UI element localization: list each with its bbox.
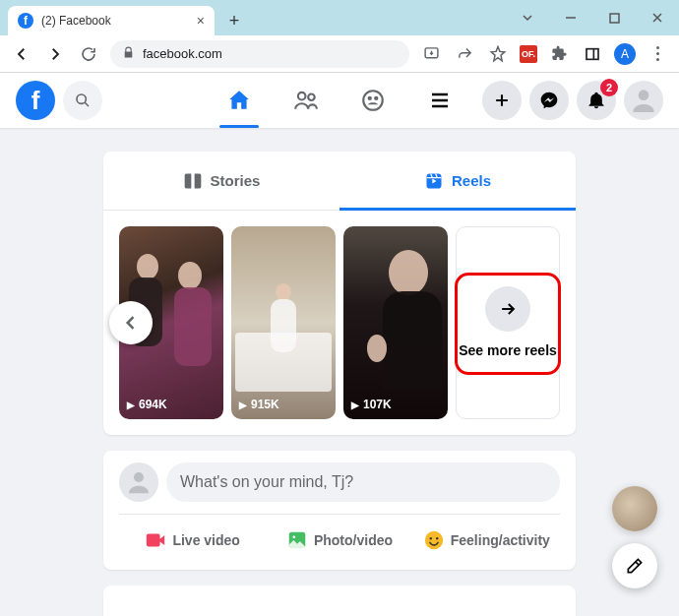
close-tab-icon[interactable]: × bbox=[197, 14, 205, 28]
svg-rect-2 bbox=[586, 48, 598, 59]
reel-item-3[interactable]: 107K bbox=[343, 226, 448, 419]
minimize-button[interactable] bbox=[549, 0, 592, 35]
messenger-button[interactable] bbox=[529, 81, 569, 120]
notification-badge: 2 bbox=[600, 79, 618, 96]
reel-item-2[interactable]: 915K bbox=[231, 226, 336, 419]
svg-point-7 bbox=[368, 96, 372, 100]
nav-friends[interactable] bbox=[277, 73, 336, 128]
next-card bbox=[103, 585, 576, 616]
svg-point-4 bbox=[298, 92, 306, 100]
svg-point-11 bbox=[134, 472, 144, 482]
composer-actions: Live video Photo/video Feeling/activity bbox=[119, 514, 560, 558]
new-message-button[interactable] bbox=[612, 543, 657, 588]
nav-home[interactable] bbox=[210, 73, 269, 128]
svg-point-14 bbox=[425, 531, 443, 549]
new-tab-button[interactable]: + bbox=[220, 7, 248, 34]
svg-point-6 bbox=[363, 91, 383, 110]
highlight-annotation bbox=[455, 273, 561, 375]
nav-groups[interactable] bbox=[343, 73, 402, 128]
reels-row: 694K 915K 107K See more reels bbox=[103, 211, 576, 435]
window-titlebar: f (2) Facebook × + bbox=[0, 0, 679, 35]
lock-icon bbox=[122, 46, 135, 62]
profile-avatar[interactable] bbox=[624, 81, 663, 120]
facebook-header-right: 2 bbox=[482, 81, 663, 120]
reel-views: 915K bbox=[239, 398, 279, 411]
stories-reels-tabs: Stories Reels bbox=[103, 152, 576, 211]
svg-rect-0 bbox=[610, 14, 619, 23]
tab-stories-label: Stories bbox=[211, 172, 261, 189]
share-icon[interactable] bbox=[453, 42, 476, 66]
search-button[interactable] bbox=[63, 81, 102, 120]
tab-stories[interactable]: Stories bbox=[103, 152, 340, 210]
maximize-button[interactable] bbox=[592, 0, 636, 35]
stories-reels-card: Stories Reels 694K 915K 107K bbox=[103, 152, 576, 435]
svg-point-15 bbox=[429, 537, 431, 539]
reels-icon bbox=[424, 171, 444, 191]
svg-point-9 bbox=[639, 90, 649, 100]
tab-reels-label: Reels bbox=[452, 172, 491, 189]
browser-toolbar: facebook.com OF. A bbox=[0, 35, 679, 73]
svg-point-3 bbox=[77, 94, 86, 103]
facebook-nav bbox=[210, 73, 469, 128]
facebook-logo[interactable]: f bbox=[16, 81, 55, 120]
forward-button[interactable] bbox=[43, 42, 67, 66]
notifications-button[interactable]: 2 bbox=[577, 81, 616, 120]
feed-content: Stories Reels 694K 915K 107K bbox=[0, 128, 679, 616]
composer-card: What's on your mind, Tj? Live video Phot… bbox=[103, 451, 576, 570]
nav-menu[interactable] bbox=[410, 73, 469, 128]
composer-avatar[interactable] bbox=[119, 462, 158, 502]
caret-down-icon[interactable] bbox=[506, 0, 549, 35]
browser-tab[interactable]: f (2) Facebook × bbox=[8, 6, 215, 35]
reload-button[interactable] bbox=[77, 42, 100, 66]
feeling-activity-button[interactable]: Feeling/activity bbox=[413, 523, 560, 558]
composer-input[interactable]: What's on your mind, Tj? bbox=[166, 462, 560, 502]
tab-reels[interactable]: Reels bbox=[340, 152, 576, 210]
create-button[interactable] bbox=[482, 81, 522, 120]
side-panel-icon[interactable] bbox=[581, 42, 604, 66]
see-more-reels[interactable]: See more reels bbox=[456, 226, 560, 419]
extensions-icon[interactable] bbox=[547, 42, 571, 66]
svg-point-5 bbox=[308, 94, 315, 101]
stories-icon bbox=[183, 171, 203, 191]
photo-video-button[interactable]: Photo/video bbox=[266, 523, 412, 558]
tab-title: (2) Facebook bbox=[41, 14, 111, 28]
chat-head[interactable] bbox=[612, 486, 657, 531]
bookmark-star-icon[interactable] bbox=[486, 42, 510, 66]
address-bar[interactable]: facebook.com bbox=[110, 40, 409, 68]
svg-point-16 bbox=[436, 537, 438, 539]
reel-views: 694K bbox=[127, 398, 167, 411]
svg-point-8 bbox=[374, 96, 378, 100]
extension-of[interactable]: OF. bbox=[520, 45, 537, 63]
reels-prev-button[interactable] bbox=[109, 301, 153, 344]
composer-placeholder: What's on your mind, Tj? bbox=[180, 473, 353, 491]
svg-point-13 bbox=[292, 535, 295, 538]
live-video-button[interactable]: Live video bbox=[119, 523, 266, 558]
install-icon[interactable] bbox=[419, 42, 443, 66]
facebook-header: f 2 bbox=[0, 73, 679, 128]
menu-kebab-icon[interactable] bbox=[646, 42, 669, 66]
url-text: facebook.com bbox=[143, 46, 222, 61]
close-window-button[interactable] bbox=[636, 0, 679, 35]
smile-icon bbox=[423, 529, 445, 551]
window-controls bbox=[506, 0, 679, 35]
photo-icon bbox=[286, 529, 308, 551]
back-button[interactable] bbox=[10, 42, 33, 66]
browser-profile-avatar[interactable]: A bbox=[614, 43, 636, 65]
facebook-favicon: f bbox=[18, 13, 33, 29]
reel-views: 107K bbox=[351, 398, 392, 411]
toolbar-icons: OF. A bbox=[419, 42, 669, 66]
camera-icon bbox=[145, 529, 166, 551]
